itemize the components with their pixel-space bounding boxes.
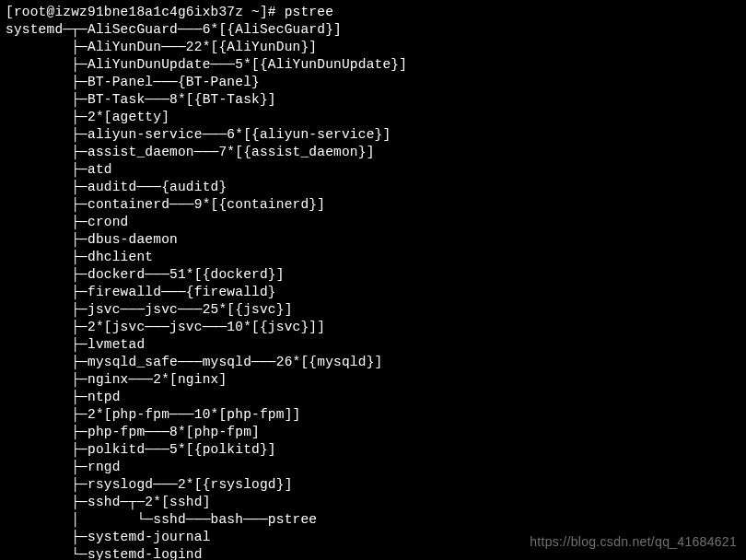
terminal-output: [root@izwz91bne18a1c4g6ixb37z ~]# pstree… bbox=[0, 0, 746, 560]
